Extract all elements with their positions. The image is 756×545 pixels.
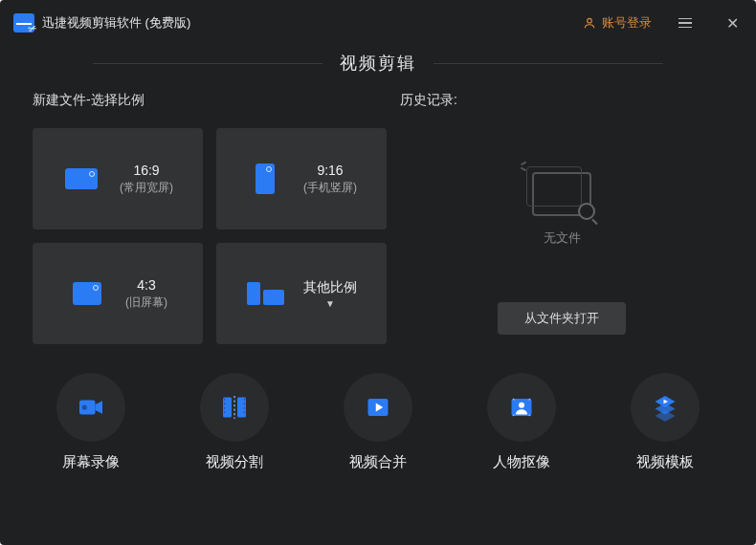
section-title: 视频剪辑: [340, 52, 416, 75]
section-heading: 视频剪辑: [0, 52, 756, 75]
svg-rect-12: [244, 407, 246, 409]
magnifier-icon: [578, 203, 595, 220]
empty-file-icon: [532, 172, 591, 216]
ratio-card-9-16[interactable]: 9:16 (手机竖屏): [216, 128, 387, 229]
newfile-label: 新建文件-选择比例: [33, 92, 387, 109]
newfile-column: 新建文件-选择比例 16:9 (常用宽屏) 9:16 (手机竖屏): [33, 92, 387, 344]
divider: [434, 63, 663, 64]
app-logo-icon: [13, 13, 34, 33]
history-empty-state: 无文件: [400, 128, 723, 291]
divider: [93, 63, 322, 64]
close-button[interactable]: ✕: [726, 14, 739, 33]
tool-video-split[interactable]: 视频分割: [200, 373, 269, 471]
tool-label: 人物抠像: [493, 453, 550, 471]
template-icon: [648, 390, 682, 425]
ratio-other-icon: [247, 282, 284, 305]
ratio-4-3-icon: [73, 282, 101, 305]
main-area: 新建文件-选择比例 16:9 (常用宽屏) 9:16 (手机竖屏): [0, 75, 756, 344]
app-title: 迅捷视频剪辑软件 (免费版): [42, 14, 190, 32]
ratio-9-16-icon: [256, 164, 275, 194]
ratio-title: 9:16: [303, 163, 357, 178]
svg-rect-8: [224, 407, 226, 409]
svg-rect-7: [224, 403, 226, 405]
login-label: 账号登录: [602, 14, 652, 32]
window-controls: ✕: [678, 14, 739, 33]
ratio-card-4-3[interactable]: 4:3 (旧屏幕): [33, 243, 203, 344]
tool-label: 视频分割: [206, 453, 263, 471]
svg-rect-10: [244, 399, 246, 401]
ratio-card-16-9[interactable]: 16:9 (常用宽屏): [33, 128, 203, 229]
tool-label: 视频模板: [636, 453, 694, 471]
tool-video-template[interactable]: 视频模板: [631, 373, 700, 471]
svg-rect-1: [79, 401, 96, 415]
ratio-16-9-icon: [65, 168, 98, 189]
ratio-sub: (手机竖屏): [303, 180, 357, 196]
tool-label: 屏幕录像: [62, 453, 120, 471]
svg-rect-11: [244, 403, 246, 405]
user-icon: [583, 16, 596, 30]
history-column: 历史记录: 无文件 从文件夹打开: [400, 92, 723, 344]
camera-icon: [74, 390, 108, 425]
ratio-sub: (常用宽屏): [120, 180, 173, 196]
ratio-sub: (旧屏幕): [125, 294, 167, 311]
tool-label: 视频合并: [349, 453, 407, 471]
svg-rect-13: [244, 412, 246, 414]
split-icon: [217, 390, 252, 425]
tool-row: 屏幕录像 视频分割 视频合并: [0, 354, 756, 471]
app-window: 迅捷视频剪辑软件 (免费版) 账号登录 ✕ 视频剪辑 新建文件-选择比例 16:…: [0, 0, 756, 545]
merge-icon: [361, 390, 395, 425]
chevron-down-icon: ▼: [303, 298, 357, 309]
tool-person-cutout[interactable]: 人物抠像: [487, 373, 556, 471]
svg-point-2: [82, 404, 87, 409]
titlebar: 迅捷视频剪辑软件 (免费版) 账号登录 ✕: [0, 0, 756, 46]
svg-point-16: [519, 403, 524, 408]
menu-icon[interactable]: [678, 18, 692, 29]
tool-screen-record[interactable]: 屏幕录像: [56, 373, 125, 471]
open-from-folder-button[interactable]: 从文件夹打开: [498, 302, 626, 335]
svg-rect-9: [224, 412, 226, 414]
ratio-title: 16:9: [120, 163, 173, 178]
empty-text: 无文件: [544, 229, 581, 247]
ratio-grid: 16:9 (常用宽屏) 9:16 (手机竖屏) 4:3 (旧屏幕): [33, 128, 387, 344]
svg-point-0: [588, 18, 592, 23]
ratio-card-other[interactable]: 其他比例 ▼: [216, 243, 387, 344]
login-button[interactable]: 账号登录: [583, 14, 652, 32]
ratio-title: 其他比例: [303, 279, 357, 296]
ratio-title: 4:3: [125, 277, 167, 293]
history-label: 历史记录:: [400, 92, 723, 109]
person-cutout-icon: [504, 390, 539, 425]
svg-rect-6: [224, 399, 226, 401]
tool-video-merge[interactable]: 视频合并: [344, 373, 412, 471]
